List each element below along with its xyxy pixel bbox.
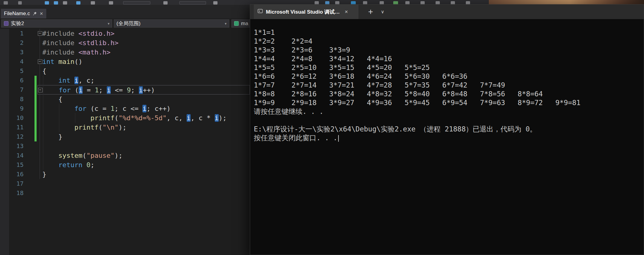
toolbar-icon-fragment[interactable] <box>63 1 67 5</box>
console-line: 1*2=2 2*2=4 <box>254 37 644 46</box>
code-line[interactable]: 11 printf("\n"); <box>0 123 250 132</box>
code-line[interactable]: 15 return 0; <box>0 160 250 170</box>
toolbar-icon-fragment[interactable] <box>163 1 168 5</box>
change-tracking-bar <box>34 104 37 113</box>
toolbar-icon-fragment[interactable] <box>76 1 80 5</box>
toolbar-icon-fragment[interactable] <box>123 1 150 5</box>
line-number: 9 <box>0 104 27 113</box>
code-line[interactable]: 6 int i, c; <box>0 76 250 85</box>
code-line[interactable]: 18 <box>0 188 250 198</box>
document-tabbar: FileName.c ✕ <box>0 5 250 18</box>
code-text: { <box>42 66 46 76</box>
code-line[interactable]: 10 printf("%d*%d=%-5d", c, i, c * i); <box>0 113 250 123</box>
code-text: #include <stdlib.h> <box>42 38 119 48</box>
console-tab[interactable]: Microsoft Visual Studio 调试控制台 ✕ <box>254 5 358 19</box>
fold-guide <box>40 85 40 141</box>
tab-filename-c[interactable]: FileName.c ✕ <box>1 9 46 18</box>
toolbar-icon-fragment[interactable] <box>91 1 95 5</box>
indent-guide <box>43 76 43 170</box>
tab-menu-chevron-icon[interactable]: ∨ <box>381 9 384 15</box>
code-line[interactable]: 9 for (c = 1; c <= i; c++) <box>0 104 250 113</box>
change-tracking-bar <box>34 188 37 198</box>
code-text: } <box>42 132 62 141</box>
console-icon <box>257 8 263 15</box>
code-line[interactable]: 7− for (i = 1; i <= 9; i++) <box>0 85 250 94</box>
line-number: 5 <box>0 66 27 76</box>
line-number: 2 <box>0 38 27 48</box>
project-dropdown-label: 实验2 <box>11 20 24 27</box>
indent-guide <box>59 104 59 132</box>
code-editor[interactable]: 1−#include <stdio.h>2#include <stdlib.h>… <box>0 29 250 255</box>
change-tracking-bar <box>34 29 37 38</box>
toolbar-icon-fragment[interactable] <box>45 1 49 5</box>
code-text: for (c = 1; c <= i; c++) <box>42 104 171 113</box>
fold-collapse-icon[interactable]: − <box>38 31 42 36</box>
fold-margin <box>38 170 42 179</box>
line-number: 7 <box>0 85 27 94</box>
editor-lines: 1−#include <stdio.h>2#include <stdlib.h>… <box>0 29 250 198</box>
toolbar-icon-fragment[interactable] <box>18 1 22 5</box>
fold-margin <box>38 48 42 57</box>
code-text: printf("%d*%d=%-5d", c, i, c * i); <box>42 113 227 123</box>
scope-dropdown[interactable]: (全局范围) ▾ <box>114 19 229 28</box>
console-line: 1*5=5 2*5=10 3*5=15 4*5=20 5*5=25 <box>254 63 644 72</box>
change-tracking-bar <box>34 85 37 94</box>
code-line[interactable]: 12 } <box>0 132 250 141</box>
console-line: 1*1=1 <box>254 28 644 37</box>
code-text: return 0; <box>42 160 94 170</box>
line-number: 13 <box>0 141 27 151</box>
toolbar-icon-fragment[interactable] <box>4 1 8 5</box>
console-line: E:\程序设计-大一\实验2\x64\Debug\实验2.exe （进程 218… <box>254 125 644 134</box>
pin-icon[interactable] <box>33 12 37 16</box>
code-line[interactable]: 17 <box>0 179 250 188</box>
fold-margin <box>38 94 42 104</box>
fold-margin <box>38 104 42 113</box>
line-number: 6 <box>0 76 27 85</box>
change-tracking-bar <box>34 66 37 76</box>
console-line: 按任意键关闭此窗口. . . <box>254 134 644 142</box>
console-line: 1*9=9 2*9=18 3*9=27 4*9=36 5*9=45 6*9=54… <box>254 98 644 107</box>
fold-margin: − <box>38 85 43 94</box>
tab-title: FileName.c <box>4 11 30 17</box>
fold-margin <box>38 76 42 85</box>
fold-collapse-icon[interactable]: − <box>38 59 42 64</box>
code-line[interactable]: 16} <box>0 170 250 179</box>
fold-margin <box>38 151 42 160</box>
code-line[interactable]: 5{ <box>0 66 250 76</box>
text-cursor <box>338 135 339 142</box>
change-tracking-bar <box>34 141 37 151</box>
chevron-down-icon: ▾ <box>108 22 110 26</box>
fold-margin <box>38 141 42 151</box>
console-tab-title: Microsoft Visual Studio 调试控制台 <box>266 8 342 15</box>
code-line[interactable]: 2#include <stdlib.h> <box>0 38 250 48</box>
code-line[interactable]: 1−#include <stdio.h> <box>0 29 250 38</box>
toolbar-icon-fragment[interactable] <box>54 1 58 5</box>
change-tracking-bar <box>34 48 37 57</box>
project-dropdown[interactable]: 实验2 ▾ <box>1 19 112 28</box>
new-tab-button[interactable]: + <box>368 8 373 16</box>
toolbar-icon-fragment[interactable] <box>109 1 113 5</box>
line-number: 12 <box>0 132 27 141</box>
toolbar-icon-fragment[interactable] <box>213 1 217 5</box>
change-tracking-bar <box>34 94 37 104</box>
code-text: int main() <box>42 57 82 66</box>
code-line[interactable]: 14 system("pause"); <box>0 151 250 160</box>
member-dropdown-label: ma <box>241 21 248 27</box>
code-line[interactable]: 4−int main() <box>0 57 250 66</box>
debug-console-window[interactable]: Microsoft Visual Studio 调试控制台 ✕ + ∨ 1*1=… <box>250 4 644 255</box>
toolbar-icon-fragment[interactable] <box>179 1 206 5</box>
code-text: for (i = 1; i <= 9; i++) <box>43 85 155 94</box>
indent-guide <box>75 113 75 123</box>
code-line[interactable]: 3#include <math.h> <box>0 48 250 57</box>
line-number: 4 <box>0 57 27 66</box>
close-icon[interactable]: ✕ <box>40 11 43 16</box>
console-output[interactable]: 1*1=11*2=2 2*2=41*3=3 2*3=6 3*3=91*4=4 2… <box>250 19 644 142</box>
code-line[interactable]: 13 <box>0 141 250 151</box>
line-number: 3 <box>0 48 27 57</box>
fold-collapse-icon[interactable]: − <box>38 88 43 92</box>
fold-margin <box>38 132 42 141</box>
line-number: 1 <box>0 29 27 38</box>
console-line <box>254 116 644 125</box>
close-icon[interactable]: ✕ <box>345 9 348 14</box>
code-line[interactable]: 8 { <box>0 94 250 104</box>
